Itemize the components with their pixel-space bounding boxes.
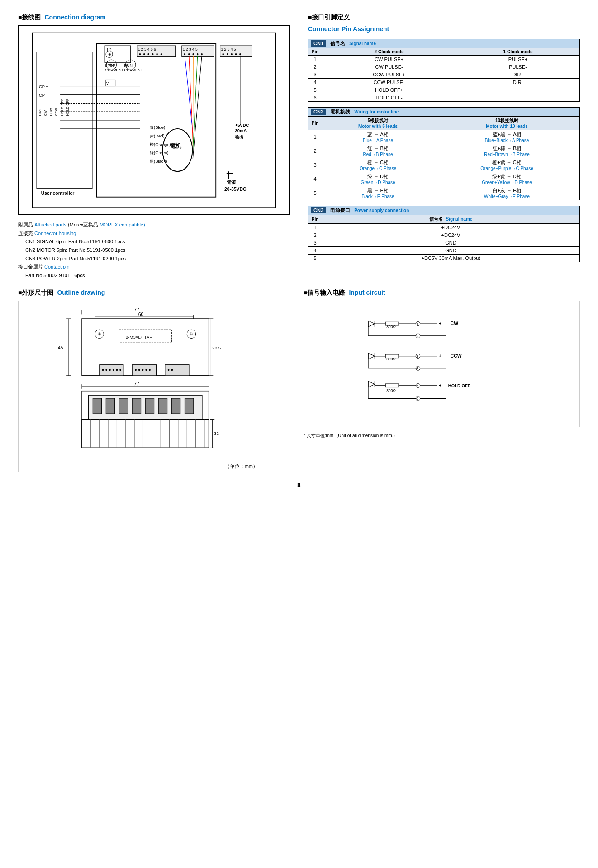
table-row: 2+DC24V — [308, 231, 580, 239]
pin: 4 — [308, 79, 322, 86]
mode2: CCW PULSE+ — [322, 71, 456, 79]
svg-text:⊕: ⊕ — [189, 331, 193, 336]
mode1: PULSE+ — [456, 56, 580, 63]
pin: 5 — [308, 86, 322, 94]
svg-text:−: − — [234, 168, 236, 172]
svg-text:CW-: CW- — [43, 109, 47, 116]
connection-diagram-section: ■接线图 Connection diagram User controller … — [18, 14, 294, 280]
svg-text:+: + — [439, 321, 441, 326]
cn3-signal-header: 信号名 Signal name — [322, 215, 580, 224]
morex-cn: (Morex互换品 — [68, 222, 98, 227]
svg-text:HOLD OFF-: HOLD OFF- — [66, 97, 70, 116]
table-row: 5 黑 → E相Black→E Phase 白+灰 → E相White+Gray… — [308, 186, 580, 200]
connector-pin-section: ■接口引脚定义 Connector Pin Assignment CN1 信号名… — [304, 14, 580, 280]
table-row: 5HOLD OFF+ — [308, 86, 580, 94]
cn1-table: CN1 信号名 Signal name Pin 2 Clock mode 1 C… — [308, 39, 580, 102]
table-row: 3CCW PULSE+DIR+ — [308, 71, 580, 79]
svg-marker-167 — [368, 353, 375, 359]
svg-text:390Ω: 390Ω — [386, 357, 396, 361]
connector-title-en: Connector Pin Assignment — [308, 25, 389, 33]
pin: 1 — [308, 56, 322, 63]
pin: 3 — [308, 71, 322, 79]
cn2-motor10-header: 10根接线时 Motor with 10 leads — [434, 117, 580, 130]
svg-text:HOLD OFF: HOLD OFF — [448, 382, 470, 387]
svg-point-102 — [138, 369, 140, 371]
svg-line-57 — [193, 56, 193, 146]
table-row: 1CW PULSE+PULSE+ — [308, 56, 580, 63]
outline-title-cn: ■外形尺寸图 — [18, 289, 53, 297]
svg-point-99 — [116, 369, 118, 371]
table-row: 2CW PULSE-PULSE- — [308, 63, 580, 71]
input-circuit-box: ... 390Ω 1 + CW 2 — [304, 301, 580, 427]
svg-text:4: 4 — [416, 366, 418, 370]
mode1: DIR+ — [456, 71, 580, 79]
svg-text:CW: CW — [451, 321, 459, 326]
svg-point-101 — [135, 369, 137, 371]
svg-rect-129 — [185, 398, 193, 414]
svg-text:⊕: ⊕ — [128, 62, 132, 67]
mode1: PULSE- — [456, 63, 580, 71]
cn3-item: CN3 POWER 2pin: Part No.51191-0200 1pcs — [18, 255, 290, 263]
svg-text:32: 32 — [214, 431, 219, 436]
cn1-mode2-header: 2 Clock mode — [322, 48, 456, 56]
svg-text:2: 2 — [416, 334, 418, 338]
cn1-label: CN1 — [311, 40, 326, 47]
svg-point-19 — [188, 53, 190, 55]
morex-en: MOREX compatible) — [100, 222, 145, 227]
svg-text:6: 6 — [416, 396, 418, 401]
svg-text:⊕: ⊕ — [108, 52, 111, 57]
svg-text:20-35VDC: 20-35VDC — [224, 187, 247, 192]
connector-en: Connector housing — [34, 231, 76, 236]
svg-rect-123 — [106, 398, 114, 414]
svg-point-103 — [142, 369, 144, 371]
svg-text:+: + — [439, 353, 441, 358]
svg-point-28 — [235, 53, 237, 55]
mode2: CCW PULSE- — [322, 79, 456, 86]
mode1 — [456, 86, 580, 94]
svg-text:+: + — [439, 382, 441, 387]
svg-rect-124 — [119, 398, 128, 414]
svg-point-12 — [147, 53, 149, 55]
connector-title-cn: ■接口引脚定义 — [308, 14, 350, 22]
svg-point-107 — [171, 369, 173, 371]
svg-text:電源: 電源 — [227, 180, 236, 185]
svg-text:+: + — [225, 168, 227, 172]
connection-diagram-box: User controller 1 2 ⊕ 1 2 3 4 5 6 — [18, 25, 290, 215]
svg-text:390Ω: 390Ω — [386, 388, 396, 393]
table-row: 3GND — [308, 239, 580, 247]
input-circuit-section: ■信号输入电路 Input circuit ... 390Ω 1 + — [304, 289, 580, 472]
cn1-item: CN1 SIGNAL 6pin: Part No.51191-0600 1pcs — [18, 237, 290, 246]
svg-point-100 — [119, 369, 121, 371]
svg-text:+5VDC: +5VDC — [235, 123, 249, 127]
svg-text:77: 77 — [134, 381, 139, 387]
svg-rect-130 — [82, 419, 209, 448]
svg-point-96 — [105, 369, 107, 371]
table-row: 4 绿 → D相Green→D Phase 绿+黄 → D相Green+Yell… — [308, 172, 580, 186]
svg-text:45: 45 — [58, 345, 63, 350]
connection-diagram-title-cn: ■接线图 — [18, 14, 41, 22]
table-row: 2 红 → B相Red→B Phase 红+棕 → B相Red+Brown→B … — [308, 144, 580, 158]
svg-rect-125 — [132, 398, 141, 414]
svg-text:橙(Orange): 橙(Orange) — [150, 142, 171, 147]
svg-text:CCW: CCW — [451, 353, 462, 358]
table-row: 4CCW PULSE-DIR- — [308, 79, 580, 86]
attached-en: Attached parts — [34, 222, 66, 227]
svg-point-11 — [143, 53, 145, 55]
svg-rect-183 — [385, 384, 399, 387]
svg-line-56 — [189, 56, 193, 140]
mode2: HOLD OFF+ — [322, 86, 456, 94]
svg-marker-196 — [368, 381, 375, 387]
mode2: HOLD OFF- — [322, 94, 456, 102]
cn2-col-cn: 電机接线 — [330, 109, 350, 114]
svg-text:綠(Green): 綠(Green) — [149, 150, 168, 155]
svg-line-58 — [193, 56, 197, 152]
svg-point-97 — [109, 369, 111, 371]
svg-text:HOLD OFF+: HOLD OFF+ — [60, 96, 64, 116]
table-row: 1 蓝 → A相Blue→A Phase 蓝+黑 → A相Blue+Black→… — [308, 130, 580, 144]
cn2-col-en: Wiring for motor line — [354, 109, 399, 114]
svg-text:赤(Red): 赤(Red) — [150, 133, 165, 138]
svg-rect-126 — [145, 398, 154, 414]
footnote-en: (Unit of all dimension is mm.) — [337, 433, 395, 438]
svg-text:2-M3×L4 TAP: 2-M3×L4 TAP — [126, 334, 152, 339]
svg-rect-127 — [158, 398, 167, 414]
